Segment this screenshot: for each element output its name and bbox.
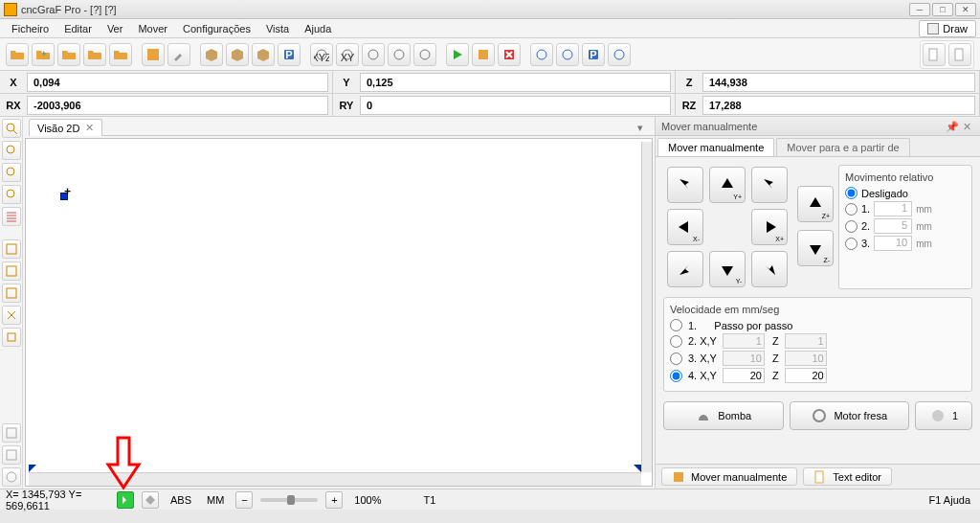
tool-axis-xyz-icon[interactable]: XYZ [310,43,333,66]
panel-tab-manual[interactable]: Mover manualmente [657,138,774,156]
tab-dropdown-icon[interactable]: ▾ [637,122,651,135]
jog-s-button[interactable]: Y- [709,251,746,287]
tool-stop-icon[interactable] [498,43,521,66]
vel-3-z[interactable]: 10 [785,351,827,366]
tool-panel-b-icon[interactable] [948,43,971,66]
tool-axis-4-icon[interactable] [388,43,411,66]
jog-n-button[interactable]: Y+ [709,167,746,203]
tool-tool-icon[interactable] [167,43,190,66]
menu-ficheiro[interactable]: Ficheiro [4,23,56,34]
lt-sel5-icon[interactable] [2,328,21,347]
vel-4-xy[interactable]: 20 [723,368,765,383]
lt-sel2-icon[interactable] [2,262,21,281]
vel-3-radio[interactable] [670,352,682,365]
z-input[interactable] [702,73,975,92]
menu-mover[interactable]: Mover [130,23,175,34]
bomba-button[interactable]: Bomba [663,401,784,430]
status-misc-icon[interactable] [142,491,159,509]
jog-se-button[interactable] [751,251,788,287]
tab-close-icon[interactable]: ✕ [85,122,94,134]
lt-b3-icon[interactable] [2,467,21,487]
spindle-num-button[interactable]: 1 [915,401,972,430]
x-input[interactable] [27,73,328,92]
menu-ajuda[interactable]: Ajuda [297,23,339,34]
tool-axis-xy-icon[interactable]: XY [336,43,359,66]
tool-folder-4-icon[interactable] [109,43,132,66]
jog-z-down-button[interactable]: Z- [797,230,834,266]
rel-off-radio[interactable] [845,187,858,199]
tool-box1-icon[interactable] [200,43,223,66]
close-button[interactable]: ✕ [955,3,976,16]
rel-1-value[interactable]: 1 [874,201,912,216]
tool-misc2-icon[interactable] [556,43,579,66]
jog-nw-button[interactable] [667,167,703,203]
tool-misc3-icon[interactable] [608,43,631,66]
tool-open-icon[interactable] [6,43,29,66]
rel-3-radio[interactable] [845,238,858,250]
menu-configuracoes[interactable]: Configurações [175,23,258,34]
jog-e-button[interactable]: X+ [751,209,788,245]
jog-sw-button[interactable] [667,251,703,287]
tool-folder-1-icon[interactable] [32,43,55,66]
vel-3-xy[interactable]: 10 [723,351,765,366]
pin-icon[interactable]: 📌 [946,121,957,132]
panel-tab-from-to[interactable]: Mover para e a partir de [776,138,909,156]
motor-button[interactable]: Motor fresa [790,401,910,430]
panel-close-icon[interactable]: ✕ [963,121,974,132]
lt-list-icon[interactable] [2,207,21,226]
lt-sel4-icon[interactable] [2,306,21,325]
rel-1-radio[interactable] [845,203,858,216]
vel-2-xy[interactable]: 1 [723,333,765,349]
tool-park-icon[interactable]: P [278,43,301,66]
jog-ne-button[interactable] [751,167,788,203]
vel-4-radio[interactable] [670,370,682,382]
draw-mode-button[interactable]: Draw [919,20,976,37]
menu-editar[interactable]: Editar [56,23,100,34]
lt-sel3-icon[interactable] [2,284,21,303]
btab-text-editor[interactable]: Text editor [803,467,892,486]
tool-box3-icon[interactable] [252,43,275,66]
status-mm[interactable]: MM [203,494,228,506]
lt-zoom1-icon[interactable] [2,119,21,138]
lt-zoom4-icon[interactable] [2,185,21,204]
jog-w-button[interactable]: X- [667,209,703,245]
tool-box2-icon[interactable] [226,43,249,66]
tab-visao-2d[interactable]: Visão 2D ✕ [29,119,102,136]
tool-play-icon[interactable] [446,43,469,66]
y-input[interactable] [360,73,671,92]
tool-misc1-icon[interactable] [530,43,553,66]
tool-park2-icon[interactable]: P [582,43,605,66]
vertical-scrollbar[interactable] [641,142,652,472]
tool-folder-2-icon[interactable] [57,43,80,66]
zoom-in-button[interactable]: + [325,491,343,509]
status-connect-icon[interactable] [117,491,134,509]
status-abs[interactable]: ABS [167,494,195,506]
canvas[interactable] [25,138,653,487]
btab-manual[interactable]: Mover manualmente [661,467,797,486]
minimize-button[interactable]: ─ [909,3,930,16]
tool-axis-3-icon[interactable] [362,43,385,66]
ry-input[interactable] [360,96,671,115]
tool-pause-icon[interactable] [472,43,495,66]
tool-save-icon[interactable] [142,43,165,66]
tool-panel-a-icon[interactable] [923,43,946,66]
vel-2-radio[interactable] [670,335,682,348]
jog-z-up-button[interactable]: Z+ [797,186,834,222]
tool-axis-5-icon[interactable] [413,43,436,66]
rel-2-radio[interactable] [845,220,858,233]
lt-sel1-icon[interactable] [2,239,21,259]
rz-input[interactable] [702,96,975,115]
menu-ver[interactable]: Ver [100,23,131,34]
vel-4-z[interactable]: 20 [785,368,827,383]
horizontal-scrollbar[interactable] [29,472,641,486]
zoom-out-button[interactable]: − [235,491,253,509]
rel-2-value[interactable]: 5 [874,218,912,234]
vel-2-z[interactable]: 1 [785,333,827,349]
zoom-slider[interactable] [260,498,318,502]
vel-1-radio[interactable] [670,319,682,331]
tool-folder-3-icon[interactable] [83,43,106,66]
lt-zoom2-icon[interactable] [2,141,21,160]
lt-b1-icon[interactable] [2,423,21,443]
rx-input[interactable] [27,96,328,115]
menu-vista[interactable]: Vista [258,23,297,34]
